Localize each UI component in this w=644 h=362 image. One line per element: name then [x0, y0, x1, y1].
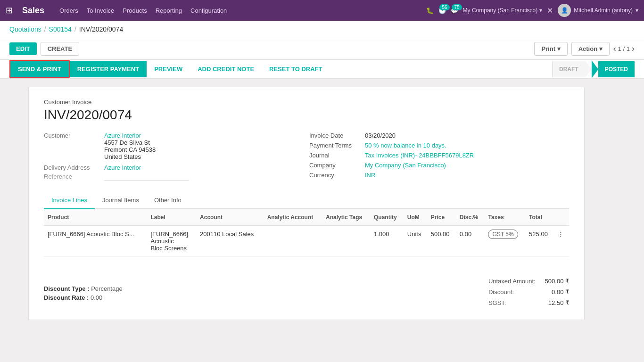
discount-label: Discount: [488, 288, 514, 296]
customer-addr3: United States [104, 153, 156, 160]
row-options-button[interactable]: ⋮ [554, 226, 569, 257]
cell-taxes: GST 5% [484, 226, 525, 257]
apps-icon[interactable]: ⊞ [6, 5, 13, 16]
info-grid: Customer Azure Interior 4557 De Silva St… [44, 132, 569, 182]
breadcrumb-sale-order[interactable]: S00154 [49, 25, 72, 33]
discount-type-value: Percentage [91, 285, 123, 292]
info-right: Invoice Date 03/20/2020 Payment Terms 50… [309, 132, 569, 182]
status-posted: POSTED [598, 61, 635, 77]
info-left: Customer Azure Interior 4557 De Silva St… [44, 132, 304, 182]
create-button[interactable]: CREATE [41, 42, 79, 56]
payment-terms-field: Payment Terms 50 % now balance in 10 day… [309, 142, 569, 149]
col-total: Total [525, 209, 554, 226]
payment-terms-label: Payment Terms [309, 142, 361, 149]
customer-field: Customer Azure Interior 4557 De Silva St… [44, 132, 304, 160]
col-quantity: Quantity [370, 209, 404, 226]
discount-type-label: Discount Type : [44, 285, 90, 292]
prev-button[interactable]: ‹ [613, 44, 616, 54]
tab-other-info[interactable]: Other Info [147, 192, 189, 209]
breadcrumb-sep-1: / [44, 25, 46, 33]
nav-to-invoice[interactable]: To Invoice [87, 7, 115, 14]
currency-value[interactable]: INR [365, 172, 375, 179]
customer-name[interactable]: Azure Interior [104, 132, 156, 139]
next-button[interactable]: › [632, 44, 635, 54]
discount-info: Discount Type : Percentage Discount Rate… [44, 285, 123, 308]
reference-field: Reference [44, 173, 304, 181]
invoice-type: Customer Invoice [44, 99, 569, 106]
nav-configuration[interactable]: Configuration [190, 7, 227, 14]
edit-button[interactable]: EDIT [9, 42, 37, 55]
reset-to-draft-button[interactable]: RESET TO DRAFT [262, 61, 330, 77]
customer-addr1: 4557 De Silva St [104, 139, 156, 146]
user-name: Mitchell Admin (antony) [574, 7, 633, 14]
untaxed-row: Untaxed Amount: 500.00 ₹ [488, 276, 569, 287]
journal-value[interactable]: Tax Invoices (INR)- 24BBBFF5679L8ZR [365, 152, 474, 159]
top-navigation: ⊞ Sales Orders To Invoice Products Repor… [0, 0, 644, 21]
label-line1: [FURN_6666] [151, 230, 193, 238]
col-taxes: Taxes [484, 209, 525, 226]
col-analytic-account: Analytic Account [264, 209, 322, 226]
label-line2: Acoustic [151, 238, 193, 245]
send-print-button[interactable]: SEND & PRINT [9, 60, 70, 78]
cell-price: 500.00 [427, 226, 456, 257]
company-name: My Company (San Francisco) [463, 7, 538, 14]
tab-journal-items[interactable]: Journal Items [95, 192, 147, 209]
clock-badge: 56 [439, 4, 449, 10]
reference-label: Reference [44, 173, 100, 181]
label-line3: Bloc Screens [151, 245, 193, 252]
sgst-label: SGST: [488, 299, 506, 306]
cell-analytic-tags [322, 226, 370, 257]
status-arrow-posted [592, 60, 598, 78]
bug-icon-badge[interactable]: 🐛 [426, 7, 434, 14]
customer-addr2: Fremont CA 94538 [104, 146, 156, 153]
nav-reporting[interactable]: Reporting [156, 7, 182, 14]
cell-analytic-account [264, 226, 322, 257]
register-payment-button[interactable]: REGISTER PAYMENT [70, 61, 147, 77]
col-price: Price [427, 209, 456, 226]
tabs-bar: Invoice Lines Journal Items Other Info [44, 192, 569, 209]
company-value[interactable]: My Company (San Francisco) [365, 162, 446, 169]
discount-rate-row: Discount Rate : 0.00 [44, 294, 123, 301]
journal-label: Journal [309, 152, 361, 159]
cell-label: [FURN_6666] Acoustic Bloc Screens [147, 226, 197, 257]
nav-orders[interactable]: Orders [59, 7, 78, 14]
user-chevron-icon: ▾ [636, 7, 638, 14]
invoice-date-field: Invoice Date 03/20/2020 [309, 132, 569, 139]
cell-total: 525.00 [525, 226, 554, 257]
clock-icon-badge[interactable]: 🕐 56 [438, 7, 446, 14]
col-account: Account [196, 209, 264, 226]
company-selector[interactable]: My Company (San Francisco) ▾ [463, 7, 543, 14]
action-button[interactable]: Action ▾ [571, 42, 610, 56]
col-uom: UoM [404, 209, 427, 226]
add-credit-note-button[interactable]: ADD CREDIT NOTE [190, 61, 262, 77]
invoice-card: Customer Invoice INV/2020/0074 Customer … [28, 87, 585, 320]
user-menu[interactable]: 👤 Mitchell Admin (antony) ▾ [558, 4, 638, 17]
delivery-value[interactable]: Azure Interior [104, 164, 141, 171]
table-row: [FURN_6666] Acoustic Bloc S... [FURN_666… [44, 226, 569, 257]
invoice-number: INV/2020/0074 [44, 107, 569, 123]
tax-badge: GST 5% [488, 230, 518, 239]
breadcrumb-quotations[interactable]: Quotations [9, 25, 41, 33]
preview-button[interactable]: PREVIEW [147, 61, 190, 77]
nav-products[interactable]: Products [123, 7, 147, 14]
tab-invoice-lines[interactable]: Invoice Lines [44, 192, 95, 209]
print-button[interactable]: Print ▾ [534, 42, 567, 56]
chat-icon-badge[interactable]: 💬 75 [451, 7, 458, 14]
reference-input[interactable] [104, 173, 189, 181]
main-toolbar: EDIT CREATE Print ▾ Action ▾ ‹ 1 / 1 › [0, 38, 644, 60]
discount-type-row: Discount Type : Percentage [44, 285, 123, 292]
invoice-date-value: 03/20/2020 [365, 132, 396, 139]
untaxed-value: 500.00 ₹ [545, 278, 569, 285]
col-product: Product [44, 209, 147, 226]
cell-quantity: 1.000 [370, 226, 404, 257]
journal-field: Journal Tax Invoices (INR)- 24BBBFF5679L… [309, 152, 569, 159]
customer-label: Customer [44, 132, 100, 160]
nav-links: Orders To Invoice Products Reporting Con… [59, 7, 419, 14]
footer-section: Discount Type : Percentage Discount Rate… [44, 276, 569, 308]
close-icon[interactable]: ✕ [547, 6, 553, 15]
invoice-date-label: Invoice Date [309, 132, 361, 139]
status-arrow [585, 60, 592, 78]
cell-uom: Units [404, 226, 427, 257]
main-content: Customer Invoice INV/2020/0074 Customer … [0, 79, 644, 328]
status-draft: DRAFT [552, 61, 585, 77]
